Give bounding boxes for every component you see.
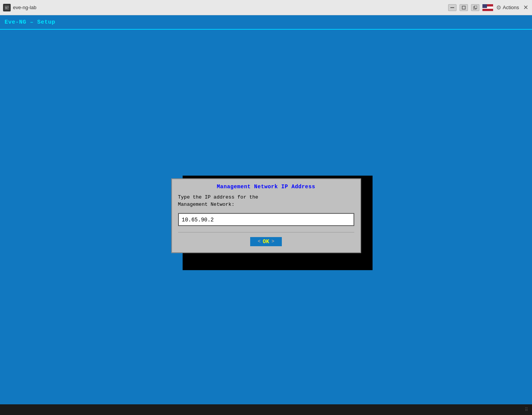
titlebar-title: eve-ng-lab <box>13 5 36 10</box>
ok-button[interactable]: < OK > <box>250 237 282 246</box>
svg-rect-3 <box>5 8 8 9</box>
maximize-button[interactable] <box>471 4 479 11</box>
actions-button[interactable]: ⚙ Actions <box>496 4 519 11</box>
statusbar: ⠿ <box>0 404 532 415</box>
titlebar: eve-ng-lab ⚙ Actions ✕ <box>0 0 532 15</box>
svg-rect-10 <box>482 9 493 11</box>
dialog-footer: < OK > <box>178 232 354 246</box>
minimize-button[interactable] <box>448 4 456 11</box>
dialog-body-line1: Type the IP address for the <box>178 194 259 200</box>
ok-btn-right-arrow: > <box>272 239 274 244</box>
svg-rect-11 <box>482 4 487 8</box>
ip-input-container[interactable] <box>178 213 354 226</box>
svg-rect-1 <box>5 7 9 7</box>
actions-label: Actions <box>503 5 519 10</box>
svg-rect-7 <box>474 6 477 8</box>
ip-address-input[interactable] <box>182 217 350 223</box>
restore-button[interactable] <box>460 4 468 11</box>
app-icon <box>3 4 11 11</box>
dialog-body-line2: Management Network: <box>178 202 235 207</box>
titlebar-right: ⚙ Actions ✕ <box>448 4 529 11</box>
svg-rect-5 <box>462 6 465 9</box>
dialog-title: Management Network IP Address <box>178 184 354 190</box>
close-button[interactable]: ✕ <box>522 4 529 11</box>
svg-rect-2 <box>5 8 7 8</box>
gear-icon: ⚙ <box>496 4 501 11</box>
ok-btn-label: OK <box>263 239 269 245</box>
language-flag-icon <box>482 4 493 11</box>
ok-btn-left-arrow: < <box>258 239 260 244</box>
resize-icon: ⠿ <box>525 407 528 412</box>
dialog-box: Management Network IP Address Type the I… <box>171 178 361 253</box>
svg-rect-4 <box>450 7 454 8</box>
titlebar-left: eve-ng-lab <box>3 4 36 11</box>
dialog-body: Type the IP address for the Management N… <box>178 194 354 208</box>
subtitlebar-title: Eve-NG – Setup <box>5 19 55 26</box>
subtitlebar: Eve-NG – Setup <box>0 15 532 30</box>
main-terminal-area: Management Network IP Address Type the I… <box>0 30 532 404</box>
